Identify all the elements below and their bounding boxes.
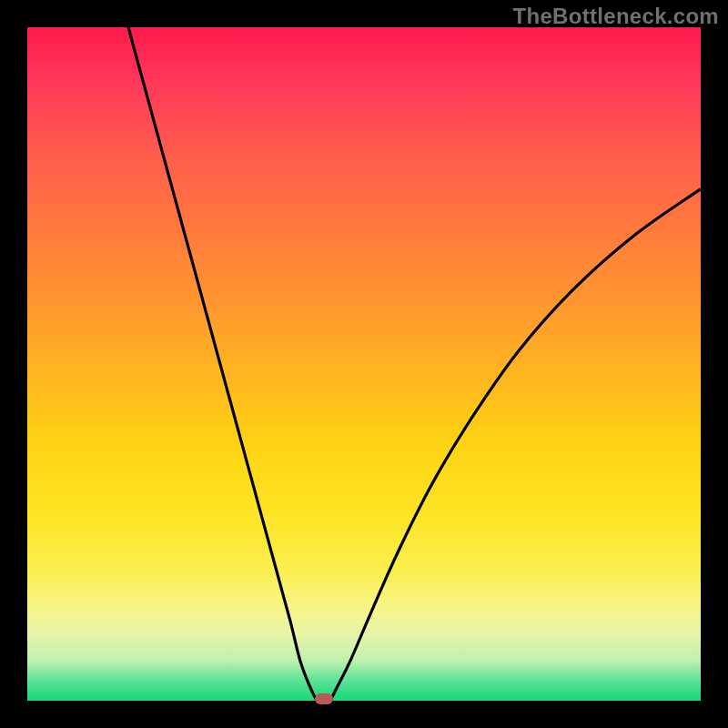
curve-right-branch <box>330 189 701 701</box>
curve-left-branch <box>128 27 317 701</box>
bottleneck-curve <box>27 27 701 701</box>
minimum-marker <box>315 693 333 704</box>
plot-area <box>27 27 701 701</box>
watermark-text: TheBottleneck.com <box>513 4 719 29</box>
outer-frame: TheBottleneck.com <box>0 0 728 728</box>
